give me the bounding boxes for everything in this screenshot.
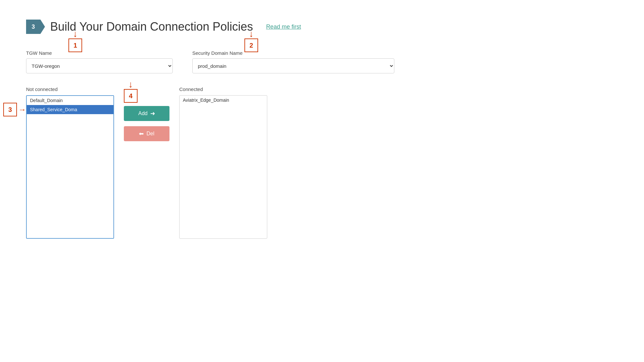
add-button[interactable]: Add ➜ [124, 106, 169, 121]
del-label: Del [146, 131, 154, 137]
security-domain-label: Security Domain Name [192, 50, 394, 56]
annotation-1-arrow: ↓ [73, 29, 78, 38]
add-label: Add [138, 111, 147, 116]
connected-list[interactable]: Aviatrix_Edge_Domain [179, 95, 267, 239]
del-button[interactable]: ⬅ Del [124, 126, 169, 141]
read-me-link[interactable]: Read me first [266, 23, 301, 30]
list-item[interactable]: Aviatrix_Edge_Domain [180, 96, 267, 105]
annotation-4: ↓ 4 [124, 80, 138, 103]
annotation-4-box: 4 [124, 89, 138, 103]
lists-area: 3 → Not connected Default_Domain Shared_… [26, 86, 618, 239]
form-area: ↓ 1 TGW Name TGW-oregon ↓ 2 Security Dom… [26, 50, 618, 73]
not-connected-list[interactable]: Default_Domain Shared_Service_Doma [26, 95, 114, 239]
tgw-name-select[interactable]: TGW-oregon [26, 58, 173, 73]
security-domain-select[interactable]: prod_domain [192, 58, 394, 73]
buttons-column: ↓ 4 Add ➜ ⬅ Del [114, 106, 179, 141]
list-item[interactable]: Shared_Service_Doma [27, 105, 113, 114]
not-connected-column: Not connected Default_Domain Shared_Serv… [26, 86, 114, 239]
annotation-2: ↓ 2 [244, 29, 258, 52]
annotation-2-arrow: ↓ [249, 29, 254, 38]
add-icon: ➜ [150, 110, 155, 117]
connected-column: Connected Aviatrix_Edge_Domain [179, 86, 267, 239]
not-connected-label: Not connected [26, 86, 114, 92]
tgw-name-label: TGW Name [26, 50, 173, 56]
annotation-2-box: 2 [244, 38, 258, 52]
list-item[interactable]: Default_Domain [27, 96, 113, 105]
connected-label: Connected [179, 86, 267, 92]
tgw-name-field-group: ↓ 1 TGW Name TGW-oregon [26, 50, 173, 73]
annotation-3-box: 3 [3, 103, 17, 116]
del-icon: ⬅ [139, 130, 144, 137]
step-number: 3 [32, 23, 35, 30]
annotation-3-arrow: → [18, 105, 26, 114]
annotation-4-arrow: ↓ [128, 80, 133, 89]
annotation-1: ↓ 1 [68, 29, 82, 52]
annotation-1-box: 1 [68, 38, 82, 52]
security-domain-field-group: ↓ 2 Security Domain Name prod_domain [192, 50, 394, 73]
annotation-3: 3 → [3, 103, 26, 116]
page-header: 3 Build Your Domain Connection Policies … [26, 20, 618, 34]
step-badge: 3 [26, 20, 40, 34]
